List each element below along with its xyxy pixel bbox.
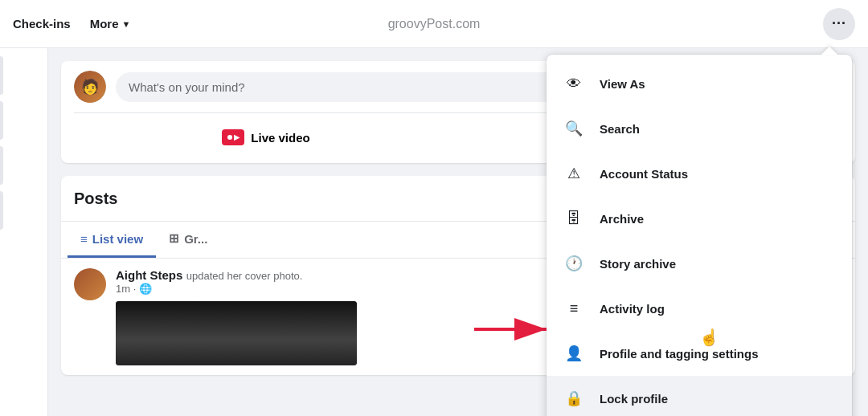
dropdown-caret bbox=[821, 47, 837, 55]
menu-item-activity-log[interactable]: ≡ Activity log bbox=[547, 286, 852, 331]
nav-right: ··· bbox=[823, 8, 855, 40]
sidebar-bar-2 bbox=[0, 101, 3, 140]
lock-profile-label: Lock profile bbox=[600, 392, 668, 406]
live-label: Live video bbox=[251, 131, 309, 145]
left-sidebar bbox=[0, 48, 48, 416]
menu-item-profile-tagging[interactable]: 👤 Profile and tagging settings bbox=[547, 331, 852, 376]
menu-item-search[interactable]: 🔍 Search bbox=[547, 106, 852, 151]
nav-more-label: More bbox=[90, 17, 119, 31]
view-as-label: View As bbox=[600, 77, 645, 91]
sidebar-bar-4 bbox=[0, 191, 3, 230]
profile-tagging-label: Profile and tagging settings bbox=[600, 347, 759, 361]
eye-icon: 👁 bbox=[559, 69, 588, 98]
grid-view-label: Gr... bbox=[184, 232, 207, 246]
nav-more[interactable]: More ▼ bbox=[90, 17, 131, 31]
activity-log-label: Activity log bbox=[600, 302, 665, 316]
sidebar-bar-3 bbox=[0, 146, 3, 185]
clock-icon: 🕐 bbox=[559, 249, 588, 278]
lock-icon: 🔒 bbox=[559, 384, 588, 413]
nav-checkins[interactable]: Check-ins bbox=[13, 17, 71, 31]
list-view-label: List view bbox=[92, 232, 143, 246]
menu-item-story-archive[interactable]: 🕐 Story archive bbox=[547, 241, 852, 286]
menu-item-account-status[interactable]: ⚠ Account Status bbox=[547, 151, 852, 196]
top-nav: Check-ins More ▼ groovyPost.com ··· bbox=[0, 0, 868, 48]
post-thumbnail bbox=[116, 301, 357, 365]
posts-title: Posts bbox=[74, 190, 117, 208]
nav-left: Check-ins More ▼ bbox=[13, 17, 130, 31]
more-options-button[interactable]: ··· bbox=[823, 8, 855, 40]
chevron-down-icon: ▼ bbox=[122, 19, 131, 29]
account-status-label: Account Status bbox=[600, 167, 688, 181]
menu-item-view-as[interactable]: 👁 View As bbox=[547, 61, 852, 106]
list-icon: ≡ bbox=[559, 294, 588, 323]
menu-item-archive[interactable]: 🗄 Archive bbox=[547, 196, 852, 241]
live-video-button[interactable]: ▶ Live video bbox=[74, 121, 458, 153]
post-avatar bbox=[74, 268, 106, 300]
tab-grid-view[interactable]: ⊞ Gr... bbox=[156, 222, 220, 258]
tab-list-view[interactable]: ≡ List view bbox=[68, 222, 156, 258]
menu-item-lock-profile[interactable]: 🔒 Lock profile bbox=[547, 376, 852, 416]
post-author: Aight Steps bbox=[116, 268, 182, 282]
story-archive-label: Story archive bbox=[600, 257, 676, 271]
search-label: Search bbox=[600, 122, 640, 136]
profile-settings-icon: 👤 bbox=[559, 339, 588, 368]
post-action-text: updated her cover photo. bbox=[186, 270, 303, 282]
search-icon: 🔍 bbox=[559, 114, 588, 143]
avatar: 🧑 bbox=[74, 71, 106, 103]
archive-label: Archive bbox=[600, 212, 644, 226]
warning-icon: ⚠ bbox=[559, 159, 588, 188]
archive-icon: 🗄 bbox=[559, 204, 588, 233]
avatar-img: 🧑 bbox=[74, 71, 106, 103]
list-icon: ≡ bbox=[80, 232, 88, 246]
sidebar-bar-1 bbox=[0, 56, 3, 95]
dropdown-menu: 👁 View As 🔍 Search ⚠ Account Status 🗄 Ar… bbox=[547, 55, 852, 416]
site-name: groovyPost.com bbox=[388, 17, 481, 31]
grid-icon: ⊞ bbox=[169, 231, 179, 246]
live-icon: ▶ bbox=[222, 129, 244, 145]
